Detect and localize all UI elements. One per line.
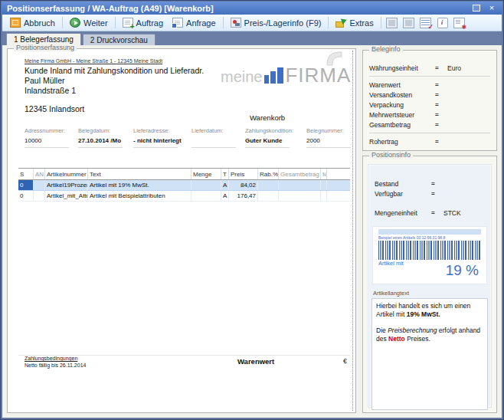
table-header-row: S AN Artikelnummer Text Menge T Preis Ra…	[18, 168, 350, 180]
cell-m[interactable]	[321, 191, 327, 201]
main-area: Positionserfassung Meine Firma GmbH - Me…	[2, 45, 502, 418]
weiter-button[interactable]: Weiter	[65, 16, 113, 29]
view-toggle-button-2[interactable]	[401, 16, 417, 30]
cell-menge[interactable]	[191, 180, 221, 190]
langtext-segment-italic: Preisberechnung	[388, 326, 437, 334]
cell-artikelnummer[interactable]: Artikel_mit_Attribu	[45, 191, 88, 201]
field-value[interactable]: Guter Kunde	[245, 137, 296, 146]
cell-s[interactable]: 0	[18, 180, 34, 190]
abbruch-button[interactable]: Abbruch	[5, 16, 60, 29]
info-label: Verfügbar	[375, 190, 431, 198]
titlebar: Positionserfassung / WA-Auftrag (A49) [W…	[2, 2, 502, 15]
field-label: Zahlungskondition:	[245, 127, 296, 134]
cell-menge[interactable]	[191, 191, 221, 201]
page-margin-dotted-line	[352, 51, 353, 411]
info-row-mengeneinheit: Mengeneinheit = STCK	[375, 208, 485, 218]
cell-preis[interactable]: 176,47	[229, 191, 258, 201]
field-zahlungskondition: Zahlungskondition: Guter Kunde	[245, 127, 296, 148]
company-logo: meine FIRMA	[221, 67, 351, 84]
divider	[369, 76, 490, 77]
field-underline	[25, 147, 69, 148]
langtext-segment: Preises.	[405, 335, 430, 343]
equals-sign: =	[435, 121, 447, 128]
toolbar-separator	[328, 17, 329, 28]
column-header-filler	[327, 169, 350, 179]
table-row[interactable]: 0 Artikel19Prozent Artikel mit 19% MwSt.…	[18, 180, 350, 191]
preis-lagerinfo-button[interactable]: Preis-/Lagerinfo (F9)	[226, 16, 326, 29]
column-header-menge: Menge	[191, 169, 221, 179]
field-label: Belegnummer:	[306, 127, 357, 134]
field-value[interactable]: 10000	[25, 137, 75, 146]
info-button[interactable]	[435, 16, 450, 30]
payment-terms-text: Netto fällig bis 26.11.2014	[25, 362, 86, 369]
close-button[interactable]: ×	[486, 3, 497, 13]
cell-t[interactable]: A	[221, 180, 229, 190]
tab-druckvorschau[interactable]: 2 Druckvorschau	[83, 34, 155, 45]
field-value[interactable]: 2000	[306, 137, 357, 146]
field-value[interactable]	[191, 137, 242, 146]
cell-gesamtbetrag[interactable]	[279, 191, 321, 201]
order-document-icon	[123, 18, 133, 28]
article-image-small-caption: Beispiel eines Artikels 00:12:56:31:98.8	[378, 235, 486, 240]
app-window: Positionserfassung / WA-Auftrag (A49) [W…	[0, 0, 504, 420]
column-header-an: AN	[34, 169, 45, 179]
field-label: Lieferdatum:	[191, 127, 242, 134]
extras-button[interactable]: Extras	[331, 16, 378, 29]
info-label: Währungseinheit	[369, 64, 435, 72]
table-row[interactable]: 0 Artikel_mit_Attribu Artikel mit Beispi…	[18, 191, 350, 202]
cell-text[interactable]: Artikel mit Beispielattributen	[88, 191, 191, 201]
address-line: Inlandstraße 1	[25, 86, 76, 95]
groupbox-label: Positionsinfo	[369, 151, 413, 159]
langtext-paragraph: Hierbei handelt es sich um einen Artikel…	[376, 302, 483, 319]
groupbox-label: Positionserfassung	[14, 44, 77, 51]
info-row-verfuegbar: Verfügbar =	[375, 189, 485, 199]
cell-an[interactable]	[34, 191, 45, 201]
address-line: Paul Müller	[25, 76, 65, 85]
auftrag-button[interactable]: Auftrag	[118, 16, 168, 29]
calendar-check-icon	[420, 18, 431, 28]
article-image: Beispiel eines Artikels 00:12:56:31:98.8…	[373, 227, 486, 284]
column-header-artikelnummer: Artikelnummer	[45, 169, 88, 179]
langtext-segment-red: Netto	[388, 335, 405, 343]
column-header-s: S	[18, 169, 34, 179]
cell-artikelnummer[interactable]: Artikel19Prozent	[45, 180, 88, 190]
tasks-button[interactable]	[418, 16, 434, 30]
cell-m[interactable]	[321, 180, 327, 190]
field-label: Adressnummer:	[25, 127, 75, 134]
equals-sign: =	[435, 81, 447, 88]
info-row-warenwert: Warenwert =	[369, 80, 490, 90]
cell-s[interactable]: 0	[18, 191, 34, 201]
article-image-topbar	[378, 229, 481, 235]
field-value[interactable]: 27.10.2014 /Mo	[78, 137, 129, 146]
column-header-preis: Preis	[229, 169, 258, 179]
cell-gesamtbetrag[interactable]	[279, 180, 321, 190]
langtext-segment-bold: 19% MwSt.	[407, 310, 440, 318]
artikellangtext-box: Hierbei handelt es sich um einen Artikel…	[371, 298, 488, 410]
toolbar-separator	[62, 17, 63, 28]
sender-line: Meine Firma GmbH - Meine Straße 1 - 1234…	[25, 58, 162, 64]
langtext-segment: Die	[376, 326, 388, 334]
field-underline	[306, 147, 351, 148]
field-value[interactable]: - nicht hinterlegt	[133, 137, 184, 146]
anfrage-button[interactable]: Anfrage	[168, 16, 221, 29]
cell-preis[interactable]: 84,02	[229, 180, 258, 190]
view-toggle-button-1[interactable]	[385, 16, 400, 30]
equals-sign: =	[431, 190, 443, 197]
restore-button[interactable]	[471, 3, 482, 13]
info-row-rohertrag: Rohertrag =	[369, 136, 490, 146]
cell-rabatt[interactable]	[258, 180, 279, 190]
column-header-m: M	[321, 169, 327, 179]
info-label: Bestand	[375, 180, 431, 188]
info-label: Mehrwertsteuer	[369, 111, 435, 119]
empty-grid-area[interactable]	[18, 202, 350, 356]
cell-filler	[327, 180, 350, 190]
report-button[interactable]	[452, 16, 467, 30]
cell-t[interactable]: A	[221, 191, 229, 201]
info-value: Euro	[447, 64, 490, 72]
cell-text[interactable]: Artikel mit 19% MwSt.	[88, 180, 191, 190]
cell-an[interactable]	[34, 180, 45, 190]
field-label: Belegdatum:	[78, 127, 129, 134]
cell-rabatt[interactable]	[258, 191, 279, 201]
info-label: Warenwert	[369, 81, 435, 89]
equals-sign: =	[431, 180, 443, 187]
